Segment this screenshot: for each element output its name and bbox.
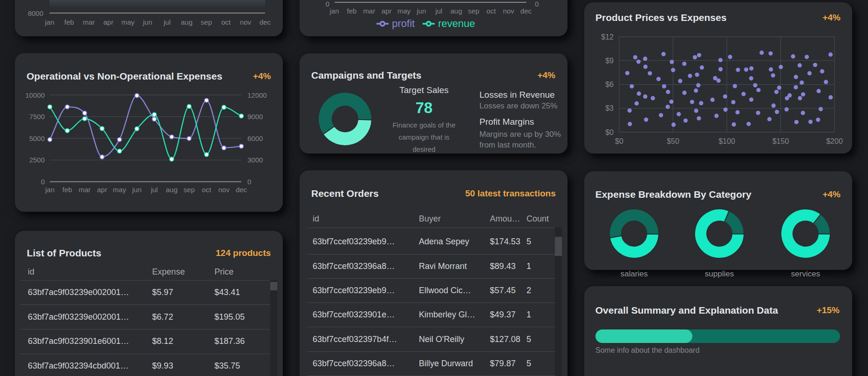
svg-text:nov: nov [219, 186, 230, 194]
svg-text:$0: $0 [615, 137, 623, 145]
svg-text:10000: 10000 [25, 91, 45, 99]
svg-text:$150: $150 [772, 137, 789, 145]
svg-text:5000: 5000 [29, 134, 45, 142]
svg-text:6000: 6000 [247, 134, 263, 142]
svg-text:12000: 12000 [247, 91, 267, 99]
svg-text:oct: oct [202, 186, 212, 194]
svg-text:jul: jul [150, 186, 158, 194]
svg-text:9000: 9000 [247, 113, 263, 121]
svg-text:apr: apr [97, 186, 107, 194]
svg-text:$12: $12 [601, 33, 614, 41]
svg-text:2500: 2500 [29, 156, 45, 164]
svg-text:jun: jun [132, 186, 142, 194]
svg-text:$6: $6 [605, 81, 614, 88]
svg-text:$50: $50 [667, 137, 679, 145]
svg-text:$100: $100 [718, 137, 735, 145]
svg-text:feb: feb [62, 186, 72, 194]
svg-text:3000: 3000 [247, 156, 263, 164]
svg-text:sep: sep [184, 186, 195, 194]
svg-text:$3: $3 [605, 104, 614, 112]
svg-text:$200: $200 [826, 137, 843, 145]
svg-text:7500: 7500 [29, 113, 45, 121]
svg-text:jan: jan [45, 186, 55, 194]
svg-text:may: may [113, 186, 126, 194]
svg-text:0: 0 [247, 178, 251, 186]
svg-text:mar: mar [79, 186, 91, 194]
svg-text:aug: aug [166, 186, 178, 194]
svg-text:$0: $0 [605, 128, 614, 136]
svg-text:$9: $9 [605, 57, 614, 65]
svg-text:0: 0 [41, 178, 45, 186]
svg-text:dec: dec [236, 186, 247, 194]
